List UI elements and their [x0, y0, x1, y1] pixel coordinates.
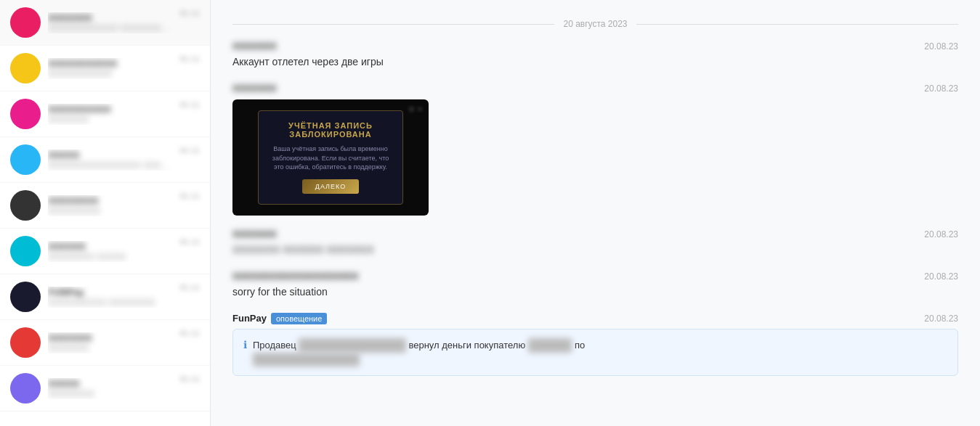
sidebar-time: 01:11 [179, 236, 200, 246]
avatar [10, 53, 41, 83]
avatar [10, 7, 41, 38]
message-sender: FunPayоповещение [232, 313, 327, 324]
message-block: FunPayоповещение20.08.23ℹПродавец XXXXXX… [232, 313, 958, 376]
sidebar-item[interactable]: XXXXXXXXXXXXXXXXX01:11 [0, 91, 210, 137]
sidebar-item[interactable]: XXXXXXXXXXXXXXXXX01:11 [0, 183, 210, 229]
message-header: FunPayоповещение20.08.23 [232, 313, 958, 324]
message-text: XXXXXXX XXXXXX XXXXXXX [232, 242, 958, 258]
date-divider: 20 августа 2023 [232, 19, 958, 29]
date-divider-text: 20 августа 2023 [563, 19, 627, 29]
chat-scrollable[interactable]: 20 августа 2023 XXXXXXX20.08.23Аккаунт о… [211, 0, 980, 426]
sidebar-time: 01:11 [179, 327, 200, 337]
sidebar-preview: XXXXXXX [48, 343, 172, 353]
sidebar-name: XXXXXXXXXX [48, 104, 172, 115]
sidebar-text: XXXXXXXXXXXXXXXXX [48, 195, 172, 216]
sidebar-preview: XXXXXXXX [48, 389, 172, 399]
sidebar-preview: XXXXXXXXXXXX XXXXXXXXXX [48, 23, 172, 33]
info-icon: ℹ [243, 339, 247, 351]
message-text: Аккаунт отлетел через две игры [232, 54, 958, 70]
sidebar-item[interactable]: XXXXXXXXXXXXX01:11 [0, 366, 210, 411]
message-time: 20.08.23 [924, 271, 958, 282]
message-header: XXXXXXX20.08.23 [232, 83, 958, 94]
game-screen-title: УЧЁТНАЯ ЗАПИСЬ ЗАБЛОКИРОВАНА [270, 121, 391, 139]
sidebar-text: XXXXXXXXXXXXXXXXXXXXX XXXXXXXXX [48, 149, 172, 171]
avatar [10, 99, 41, 129]
message-image: ⚙ ✕УЧЁТНАЯ ЗАПИСЬ ЗАБЛОКИРОВАНАВаша учёт… [232, 99, 429, 216]
sidebar-preview: XXXXXXXXXXXXXXXX XXXXXXXXX [48, 160, 172, 171]
sidebar-time: 01:11 [179, 99, 200, 109]
sidebar-item[interactable]: XXXXXXXXXXXXXXXXXXXXX XXXXXXXXX01:11 [0, 137, 210, 183]
sidebar-time: 01:11 [179, 144, 200, 155]
sidebar-preview: XXXXXXXX XXXXX [48, 252, 172, 262]
sidebar-text: XXXXXXXXXXXXXXXXXXX XXXXXXXXXX [48, 12, 172, 33]
message-sender: XXXXXXX [232, 41, 277, 52]
message-block: XXXXXXXXXXXXXXXXXXXX20.08.23sorry for th… [232, 271, 958, 300]
message-time: 20.08.23 [924, 41, 958, 52]
sidebar-item[interactable]: XXXXXXXXXXXXXXXXXXXXXX01:11 [0, 46, 210, 91]
avatar [10, 327, 41, 358]
sidebar-item[interactable]: XXXXXXXXXXXXXX XXXXX01:11 [0, 229, 210, 274]
sidebar-time: 01:11 [179, 7, 200, 17]
game-screen-btn[interactable]: ДАЛЕКО [302, 179, 359, 194]
message-sender: XXXXXXX [232, 229, 277, 239]
notification-text: Продавец XXXXXXXXXXXXXXXXX вернул деньги… [253, 338, 585, 366]
game-screen-corner: ⚙ ✕ [408, 105, 423, 113]
avatar [10, 190, 41, 221]
sidebar-text: FUNPayXXXXXXXXXX XXXXXXXX [48, 287, 172, 308]
sidebar-time: 01:11 [179, 53, 200, 63]
message-header: XXXXXXX20.08.23 [232, 41, 958, 52]
message-time: 20.08.23 [924, 314, 958, 324]
sidebar-name: XXXXX [48, 378, 172, 389]
avatar [10, 236, 41, 266]
avatar [10, 373, 41, 404]
notification-box: ℹПродавец XXXXXXXXXXXXXXXXX вернул деньг… [232, 329, 958, 376]
sidebar-name: XXXXXXX [48, 12, 172, 23]
sidebar-preview: XXXXXXXXXXX [48, 69, 172, 79]
seller-name: XXXXXXXXXXXXXXXXX [299, 338, 405, 353]
sidebar-text: XXXXXXXXXXXXXXXXXXXXXX [48, 58, 172, 79]
sidebar-time: 01:11 [179, 190, 200, 200]
message-sender: XXXXXXXXXXXXXXXXXXXX [232, 271, 358, 282]
sidebar-time: 01:11 [179, 282, 200, 292]
chat-sidebar[interactable]: XXXXXXXXXXXXXXXXXXX XXXXXXXXXX01:11XXXXX… [0, 0, 211, 426]
sidebar-name: XXXXXXX [48, 332, 172, 343]
sidebar-name: XXXXXXXXXXX [48, 58, 172, 69]
sidebar-name: FUNPay [48, 287, 172, 298]
message-time: 20.08.23 [924, 83, 958, 94]
sidebar-name: XXXXX [48, 149, 172, 160]
chat-main: 20 августа 2023 XXXXXXX20.08.23Аккаунт о… [211, 0, 980, 426]
message-block: XXXXXXX20.08.23Аккаунт отлетел через две… [232, 41, 958, 70]
message-header: XXXXXXXXXXXXXXXXXXXX20.08.23 [232, 271, 958, 282]
sidebar-name: XXXXXX [48, 241, 172, 252]
sidebar-time: 01:11 [179, 373, 200, 383]
avatar [10, 144, 41, 175]
sidebar-item[interactable]: XXXXXXXXXXXXXXXXXXX XXXXXXXXXX01:11 [0, 0, 210, 46]
sidebar-text: XXXXXXXXXXXXXX [48, 332, 172, 353]
message-header: XXXXXXX20.08.23 [232, 229, 958, 239]
sidebar-preview: XXXXXXXXXX XXXXXXXX [48, 298, 172, 308]
avatar [10, 282, 41, 312]
sidebar-item[interactable]: FUNPayXXXXXXXXXX XXXXXXXX01:11 [0, 274, 210, 320]
order-id: XXXXXXXXXXXXXXXXX [253, 353, 360, 367]
sidebar-item[interactable]: XXXXXXXXXXXXXX01:11 [0, 320, 210, 366]
sidebar-text: XXXXXXXXXXXXXXXXX [48, 104, 172, 125]
message-text: sorry for the situation [232, 284, 958, 300]
funpay-badge: оповещение [271, 313, 327, 324]
message-time: 20.08.23 [924, 229, 958, 239]
sidebar-text: XXXXXXXXXXXXXX XXXXX [48, 241, 172, 262]
sidebar-preview: XXXXXXX [48, 115, 172, 125]
sidebar-text: XXXXXXXXXXXXX [48, 378, 172, 399]
message-block: XXXXXXX20.08.23⚙ ✕УЧЁТНАЯ ЗАПИСЬ ЗАБЛОКИ… [232, 83, 958, 216]
game-screen-desc: Ваша учётная запись была временно заблок… [270, 144, 391, 172]
buyer-name: XXXXXXX [528, 338, 572, 353]
message-sender: XXXXXXX [232, 83, 277, 94]
sidebar-name: XXXXXXXX [48, 195, 172, 206]
sidebar-preview: XXXXXXXXX [48, 206, 172, 216]
message-block: XXXXXXX20.08.23XXXXXXX XXXXXX XXXXXXX [232, 229, 958, 258]
